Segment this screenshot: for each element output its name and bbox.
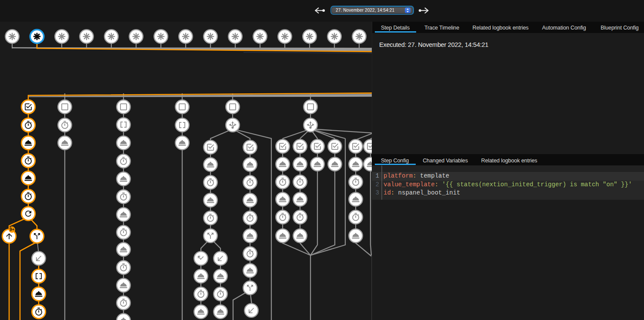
svg-text:9+: 9+ <box>10 227 15 232</box>
